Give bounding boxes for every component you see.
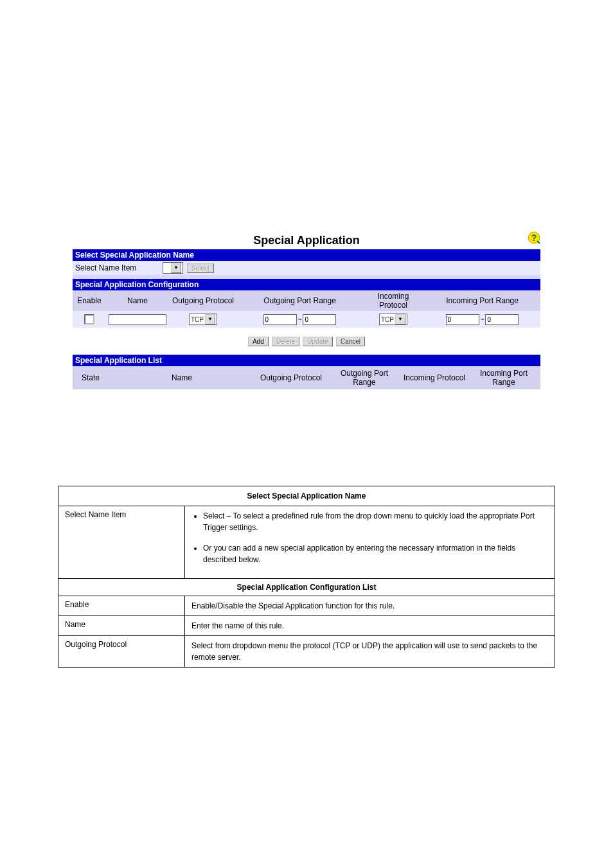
list-col-name: Name bbox=[109, 366, 255, 389]
chevron-down-icon: ▼ bbox=[395, 314, 405, 324]
list-col-out-range: Outgoing Port Range bbox=[327, 366, 402, 389]
list-col-in-range: Incoming Port Range bbox=[467, 366, 540, 389]
chevron-down-icon: ▼ bbox=[205, 314, 215, 324]
col-out-range-header: Outgoing Port Range bbox=[237, 290, 362, 311]
list-col-out-proto: Outgoing Protocol bbox=[255, 366, 327, 389]
desc-enable-label: Enable bbox=[58, 596, 185, 616]
button-row: Add Delete Update Cancel bbox=[73, 328, 540, 355]
out-proto-dropdown[interactable]: TCP ▼ bbox=[189, 314, 217, 325]
in-port-to-input[interactable] bbox=[485, 314, 519, 325]
update-button[interactable]: Update bbox=[303, 337, 332, 346]
col-in-proto-header: Incoming Protocol bbox=[362, 290, 424, 311]
desc-enable-body: Enable/Disable the Special Application f… bbox=[185, 596, 555, 616]
in-port-from-input[interactable] bbox=[446, 314, 479, 325]
tilde-label: ~ bbox=[481, 316, 484, 323]
desc-top-header: Select Special Application Name bbox=[58, 486, 555, 506]
tilde-label: ~ bbox=[298, 316, 302, 323]
cancel-button[interactable]: Cancel bbox=[336, 337, 365, 346]
desc-name-label: Name bbox=[58, 616, 185, 636]
list-col-state: State bbox=[73, 366, 109, 389]
enable-checkbox[interactable] bbox=[84, 314, 94, 324]
page-title: Special Application bbox=[73, 231, 540, 252]
col-out-proto-header: Outgoing Protocol bbox=[169, 290, 237, 311]
list-col-in-proto: Incoming Protocol bbox=[402, 366, 467, 389]
col-enable-header: Enable bbox=[73, 290, 106, 311]
desc-outproto-label: Outgoing Protocol bbox=[58, 636, 185, 668]
select-button[interactable]: Select bbox=[187, 263, 214, 273]
desc-outproto-body: Select from dropdown menu the protocol (… bbox=[185, 636, 555, 668]
svg-text:?: ? bbox=[531, 233, 537, 243]
col-in-range-header: Incoming Port Range bbox=[424, 290, 540, 311]
help-icon[interactable]: ? bbox=[528, 231, 540, 244]
section-bar-config: Special Application Configuration bbox=[73, 279, 540, 290]
in-proto-dropdown[interactable]: TCP ▼ bbox=[379, 314, 407, 325]
desc-bullet-or: Or you can add a new special application… bbox=[203, 542, 548, 565]
description-table: Select Special Application Name Select N… bbox=[58, 486, 555, 668]
chevron-down-icon: ▼ bbox=[171, 263, 181, 273]
select-name-label: Select Name Item bbox=[75, 263, 159, 272]
desc-select-name-label: Select Name Item bbox=[58, 506, 185, 579]
name-input[interactable] bbox=[109, 314, 166, 325]
list-header-row: State Name Outgoing Protocol Outgoing Po… bbox=[73, 366, 540, 389]
desc-bullet-select: Select – To select a predefined rule fro… bbox=[203, 510, 548, 533]
config-header-row: Enable Name Outgoing Protocol Outgoing P… bbox=[73, 290, 540, 311]
config-input-row: TCP ▼ ~ TCP ▼ ~ bbox=[73, 311, 540, 328]
out-port-from-input[interactable] bbox=[263, 314, 297, 325]
section-bar-list: Special Application List bbox=[73, 355, 540, 366]
col-name-header: Name bbox=[106, 290, 169, 311]
desc-sub-header: Special Application Configuration List bbox=[58, 579, 555, 596]
screenshot-panel: Special Application ? Select Special App… bbox=[73, 231, 540, 389]
delete-button[interactable]: Delete bbox=[272, 337, 299, 346]
desc-select-name-body: Select – To select a predefined rule fro… bbox=[185, 506, 555, 579]
name-item-dropdown[interactable]: ▼ bbox=[163, 262, 183, 274]
out-port-to-input[interactable] bbox=[303, 314, 336, 325]
desc-name-body: Enter the name of this rule. bbox=[185, 616, 555, 636]
add-button[interactable]: Add bbox=[248, 337, 269, 346]
